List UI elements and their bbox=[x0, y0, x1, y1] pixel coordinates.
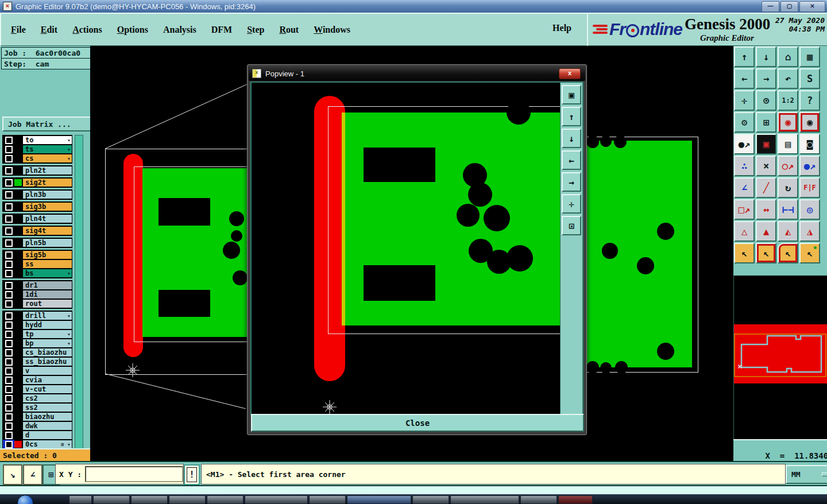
layer-color-swatch[interactable] bbox=[14, 137, 22, 144]
angle-button[interactable]: ∠ bbox=[734, 177, 755, 198]
zoom-out-view-button[interactable]: ↓ bbox=[756, 46, 776, 67]
layer-color-swatch[interactable] bbox=[14, 404, 22, 411]
layer-checkbox[interactable] bbox=[5, 432, 13, 439]
taskbar-item[interactable] bbox=[309, 495, 346, 504]
layer-color-swatch[interactable] bbox=[14, 312, 22, 319]
layer-color-swatch[interactable] bbox=[14, 432, 22, 439]
layer-row-dwk[interactable]: dwk bbox=[3, 421, 72, 431]
popview-pan-right-button[interactable]: → bbox=[562, 172, 581, 192]
gap-measure-button[interactable]: ⊢⊣ bbox=[778, 199, 798, 220]
layer-checkbox[interactable] bbox=[5, 251, 13, 259]
taskbar-item[interactable] bbox=[412, 495, 449, 504]
measure-distance-button[interactable]: ↘ bbox=[3, 464, 22, 485]
layer-color-swatch[interactable] bbox=[14, 215, 22, 222]
layer-color-swatch[interactable] bbox=[14, 321, 22, 328]
popview-close-button[interactable]: Close bbox=[251, 414, 584, 432]
layer-name[interactable]: v-cut bbox=[23, 385, 72, 393]
layer-color-swatch[interactable] bbox=[14, 282, 22, 289]
layer-row-cs_biaozhu[interactable]: cs_biaozhu bbox=[3, 348, 72, 357]
popview-zoom-extents-button[interactable]: ✛ bbox=[562, 194, 581, 214]
layer-color-swatch[interactable] bbox=[14, 413, 22, 420]
zoom-margins-out-button[interactable]: ✛ bbox=[734, 90, 755, 111]
move-point-button[interactable]: ●↗ bbox=[799, 156, 820, 176]
layer-row-bp[interactable]: bp➤ bbox=[3, 339, 72, 348]
layer-row-v-cut[interactable]: v-cut bbox=[3, 385, 72, 394]
popview-detach-button[interactable]: ▣ bbox=[562, 85, 581, 104]
layer-color-swatch[interactable] bbox=[14, 340, 22, 347]
layer-checkbox[interactable] bbox=[5, 191, 13, 199]
layer-checkbox[interactable] bbox=[5, 179, 13, 187]
menu-step[interactable]: Step bbox=[247, 25, 264, 35]
popview-zoom-out-button[interactable]: ↓ bbox=[562, 129, 581, 148]
layer-row-cvia[interactable]: cvia bbox=[3, 375, 72, 385]
surface-outline-button[interactable]: △ bbox=[734, 221, 755, 242]
alert-button[interactable]: ! bbox=[184, 464, 200, 485]
stretch-button[interactable]: ↔ bbox=[756, 199, 776, 220]
layer-color-swatch[interactable] bbox=[14, 349, 22, 356]
layer-row-pln4t[interactable]: pln4t bbox=[3, 214, 72, 223]
copy-to-layer-button[interactable]: □↗ bbox=[734, 199, 755, 220]
layer-checkbox[interactable] bbox=[5, 321, 13, 329]
layer-checkbox[interactable] bbox=[5, 215, 13, 223]
layer-row-cs[interactable]: cs➤ bbox=[3, 154, 72, 163]
merge-shapes-button[interactable]: ◎ bbox=[799, 199, 820, 220]
layer-checkbox[interactable] bbox=[5, 386, 13, 393]
layer-checkbox[interactable] bbox=[5, 312, 13, 320]
layer-color-swatch[interactable] bbox=[14, 386, 22, 393]
zoom-in-view-button[interactable]: ↑ bbox=[734, 46, 755, 67]
layer-checkbox[interactable] bbox=[5, 395, 13, 402]
layer-checkbox[interactable] bbox=[5, 367, 13, 375]
popview-zoom-fit-button[interactable]: ⊡ bbox=[562, 216, 581, 235]
layer-checkbox[interactable] bbox=[5, 137, 13, 144]
layer-name[interactable]: pln5b bbox=[23, 239, 72, 247]
layer-row-tp[interactable]: tp➤ bbox=[3, 329, 72, 339]
layer-name[interactable]: tp➤ bbox=[23, 330, 72, 338]
layer-color-swatch[interactable] bbox=[14, 270, 22, 277]
layer-name[interactable]: cs_biaozhu bbox=[23, 348, 72, 356]
layer-row-1di[interactable]: 1di bbox=[3, 290, 72, 299]
delete-button[interactable]: × bbox=[756, 156, 776, 176]
rect-select-button[interactable]: ↖ bbox=[756, 243, 776, 263]
pan-right-button[interactable]: → bbox=[756, 68, 776, 89]
xy-input[interactable] bbox=[85, 466, 183, 482]
layer-name[interactable]: dr1 bbox=[23, 281, 72, 289]
job-matrix-button[interactable]: Job Matrix ... bbox=[2, 117, 93, 131]
layer-row-hydd[interactable]: hydd bbox=[3, 320, 72, 329]
taskbar-item[interactable] bbox=[450, 495, 519, 504]
layer-name[interactable]: cs2 bbox=[23, 394, 72, 402]
layer-row-pln3b[interactable]: pln3b bbox=[3, 190, 72, 199]
layer-name[interactable]: ss bbox=[23, 260, 72, 268]
layer-row-drill[interactable]: drill➤ bbox=[3, 311, 72, 320]
layer-color-swatch[interactable] bbox=[14, 155, 22, 162]
home-view-button[interactable]: ⌂ bbox=[778, 46, 798, 67]
layer-name[interactable]: pln4t bbox=[23, 215, 72, 223]
popview-titlebar[interactable]: × Popview - 1 x bbox=[249, 66, 585, 81]
layer-checkbox[interactable] bbox=[5, 441, 13, 448]
layer-color-swatch[interactable] bbox=[14, 331, 22, 338]
layer-row-to[interactable]: to➤ bbox=[3, 135, 72, 145]
layer-row-sig2t[interactable]: sig2t bbox=[3, 178, 72, 187]
layer-name[interactable]: sig2t bbox=[23, 179, 72, 187]
layer-color-swatch[interactable] bbox=[14, 239, 22, 246]
layer-color-swatch[interactable] bbox=[14, 203, 22, 210]
layer-color-swatch[interactable] bbox=[14, 179, 22, 186]
taskbar-item[interactable] bbox=[131, 495, 168, 504]
menu-actions[interactable]: Actions bbox=[72, 25, 102, 35]
layer-name[interactable]: ss_biaozhu bbox=[23, 358, 72, 366]
copy-feature-button[interactable]: ▣ bbox=[756, 134, 776, 154]
layer-color-swatch[interactable] bbox=[14, 300, 22, 307]
layer-name[interactable]: hydd bbox=[23, 321, 72, 329]
layer-name[interactable]: ss2 bbox=[23, 404, 72, 412]
layer-name[interactable]: cs➤ bbox=[23, 154, 72, 162]
layer-name[interactable]: biaozhu bbox=[23, 413, 72, 421]
tile-windows-button[interactable]: ⊞ bbox=[756, 112, 776, 133]
layer-name[interactable]: v bbox=[23, 367, 72, 375]
poly-select-button[interactable]: ↖ bbox=[778, 243, 798, 263]
taskbar-item[interactable] bbox=[558, 495, 593, 504]
slant-line-button[interactable]: ╱ bbox=[756, 177, 776, 198]
taskbar-item[interactable] bbox=[69, 495, 92, 504]
layer-row-bs[interactable]: bs➤ bbox=[3, 269, 72, 278]
layer-color-swatch[interactable] bbox=[14, 367, 22, 374]
layer-name[interactable]: sig5b bbox=[23, 251, 72, 259]
layer-row-ss[interactable]: ss bbox=[3, 259, 72, 269]
